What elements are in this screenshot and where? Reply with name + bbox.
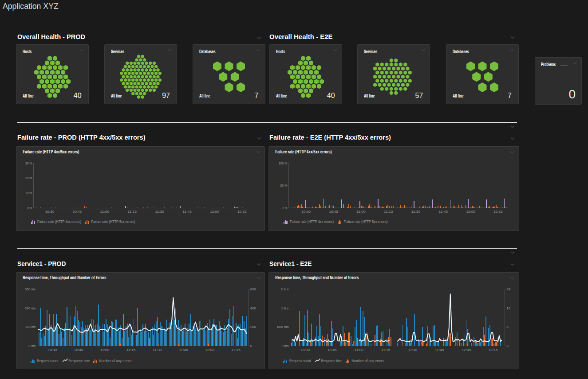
svg-text:10:45: 10:45: [74, 348, 83, 352]
svg-text:12:00: 12:00: [466, 210, 476, 214]
svg-text:11:00: 11:00: [100, 210, 110, 214]
svg-text:Failure rate (HTTP 5xx errors): Failure rate (HTTP 5xx errors): [91, 219, 135, 224]
svg-text:16: 16: [506, 306, 511, 310]
svg-text:50 %: 50 %: [280, 184, 288, 188]
svg-text:12:15: 12:15: [232, 348, 241, 352]
svg-text:30 %: 30 %: [25, 161, 32, 165]
svg-text:100 %: 100 %: [279, 161, 288, 165]
svg-text:Failure rate (HTTP 4xx/5xx err: Failure rate (HTTP 4xx/5xx errors): [23, 149, 79, 154]
svg-text:12:15: 12:15: [493, 210, 503, 214]
svg-text:8: 8: [506, 325, 509, 329]
svg-text:200: 200: [250, 325, 257, 329]
svg-text:11:00: 11:00: [355, 348, 364, 352]
svg-text:Request count: Request count: [37, 359, 59, 363]
svg-text:0 %: 0 %: [27, 206, 32, 210]
svg-text:Failure rate (HTTP 5xx errors): Failure rate (HTTP 5xx errors): [344, 219, 388, 224]
svg-text:12:00: 12:00: [462, 348, 471, 352]
svg-text:10:45: 10:45: [73, 210, 82, 214]
svg-text:12:15: 12:15: [237, 210, 247, 214]
svg-text:11:30: 11:30: [411, 210, 421, 214]
svg-text:Response time, Throughput and: Response time, Throughput and Number of …: [23, 275, 107, 280]
svg-text:10:45: 10:45: [328, 348, 337, 352]
svg-text:11:45: 11:45: [435, 348, 444, 352]
svg-text:12:15: 12:15: [489, 348, 498, 352]
svg-text:12:00: 12:00: [205, 348, 215, 352]
svg-text:Response time, Throughput and: Response time, Throughput and Number of …: [275, 275, 359, 280]
svg-text:11:45: 11:45: [179, 348, 188, 352]
svg-text:11:30: 11:30: [408, 348, 418, 352]
svg-text:11:30: 11:30: [155, 210, 165, 214]
svg-text:11:15: 11:15: [128, 210, 137, 214]
svg-text:10:45: 10:45: [329, 210, 339, 214]
svg-text:12:00: 12:00: [210, 210, 219, 214]
svg-text:1.6 s: 1.6 s: [281, 306, 289, 310]
svg-text:400: 400: [250, 306, 257, 310]
svg-text:600: 600: [250, 287, 257, 291]
svg-text:Number of any errors: Number of any errors: [99, 359, 132, 363]
svg-text:0: 0: [506, 344, 509, 348]
svg-text:0 ms: 0 ms: [282, 344, 289, 348]
svg-text:800 ms: 800 ms: [277, 325, 289, 329]
svg-text:10:30: 10:30: [48, 348, 57, 352]
svg-text:Number of any errors: Number of any errors: [351, 359, 384, 363]
svg-text:20 %: 20 %: [25, 176, 32, 180]
svg-text:11:45: 11:45: [439, 210, 448, 214]
svg-text:240 ms: 240 ms: [25, 306, 36, 310]
svg-text:0 %: 0 %: [283, 206, 288, 210]
svg-text:10:30: 10:30: [302, 210, 311, 214]
svg-text:Response time: Response time: [321, 359, 342, 363]
svg-text:10:30: 10:30: [301, 348, 310, 352]
svg-text:11:15: 11:15: [126, 348, 136, 352]
svg-text:360 ms: 360 ms: [25, 287, 36, 291]
svg-text:Failure rate (HTTP 4xx/5xx err: Failure rate (HTTP 4xx/5xx errors): [275, 149, 331, 154]
svg-text:24: 24: [506, 287, 511, 291]
svg-text:11:45: 11:45: [183, 210, 192, 214]
svg-text:11:15: 11:15: [384, 210, 393, 214]
svg-text:2.4 s: 2.4 s: [281, 287, 289, 291]
svg-text:0: 0: [250, 344, 253, 348]
svg-text:11:00: 11:00: [100, 348, 110, 352]
svg-text:10 %: 10 %: [25, 191, 32, 195]
svg-text:Response time: Response time: [69, 359, 90, 363]
svg-text:0 ms: 0 ms: [28, 344, 36, 348]
svg-text:Failure rate (HTTP 4xx errors): Failure rate (HTTP 4xx errors): [37, 219, 81, 224]
svg-text:11:15: 11:15: [381, 348, 391, 352]
svg-text:120 ms: 120 ms: [25, 325, 36, 329]
svg-text:Failure rate (HTTP 4xx errors): Failure rate (HTTP 4xx errors): [290, 219, 334, 224]
svg-text:11:30: 11:30: [153, 348, 162, 352]
svg-text:10:30: 10:30: [45, 210, 55, 214]
svg-text:11:00: 11:00: [356, 210, 366, 214]
svg-text:Request count: Request count: [289, 359, 311, 363]
